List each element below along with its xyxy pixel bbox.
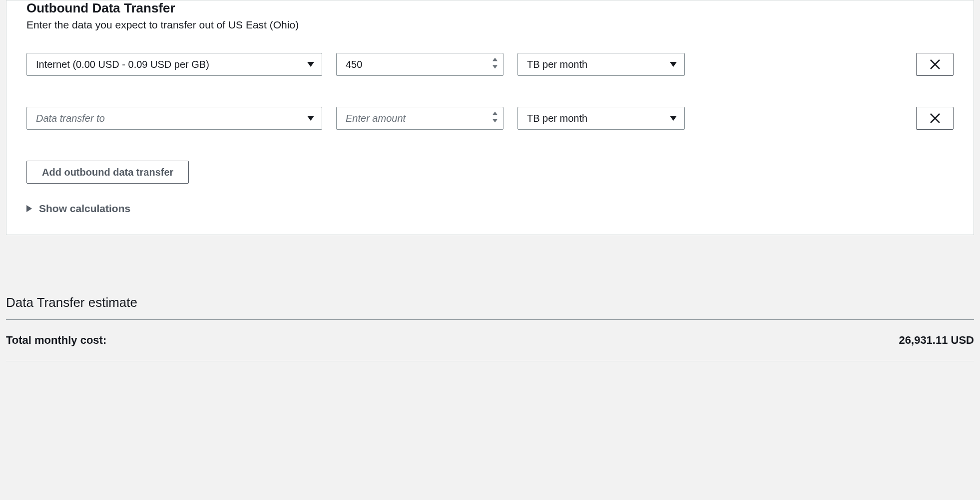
amount-input-wrapper — [336, 107, 503, 130]
estimate-title: Data Transfer estimate — [6, 295, 974, 310]
amount-input-wrapper — [336, 53, 503, 76]
svg-marker-12 — [26, 205, 32, 212]
total-cost-value: 26,931.11 USD — [899, 334, 974, 347]
remove-row-button[interactable] — [916, 107, 954, 130]
transfer-row: Internet (0.00 USD - 0.09 USD per GB) TB… — [26, 53, 954, 76]
total-cost-label: Total monthly cost: — [6, 334, 106, 347]
close-icon — [930, 59, 941, 70]
unit-select-wrapper: TB per month — [517, 107, 685, 130]
unit-select[interactable]: TB per month — [517, 53, 685, 76]
destination-select-wrapper: Internet (0.00 USD - 0.09 USD per GB) — [26, 53, 322, 76]
chevron-right-icon — [26, 205, 32, 212]
outbound-title: Outbound Data Transfer — [26, 0, 954, 16]
unit-select-value: TB per month — [527, 113, 587, 124]
divider — [6, 361, 974, 361]
destination-select-value: Internet (0.00 USD - 0.09 USD per GB) — [36, 59, 209, 70]
show-calculations-label: Show calculations — [39, 203, 130, 215]
destination-select[interactable]: Internet (0.00 USD - 0.09 USD per GB) — [26, 53, 322, 76]
destination-select-wrapper: Data transfer to — [26, 107, 322, 130]
add-outbound-transfer-button[interactable]: Add outbound data transfer — [26, 161, 189, 184]
destination-select[interactable]: Data transfer to — [26, 107, 322, 130]
unit-select-value: TB per month — [527, 59, 587, 70]
amount-input[interactable] — [336, 53, 503, 76]
outbound-data-transfer-card: Outbound Data Transfer Enter the data yo… — [6, 0, 974, 235]
estimate-section: Data Transfer estimate Total monthly cos… — [0, 295, 980, 361]
unit-select[interactable]: TB per month — [517, 107, 685, 130]
amount-input[interactable] — [336, 107, 503, 130]
destination-select-placeholder: Data transfer to — [36, 113, 105, 124]
outbound-subtitle: Enter the data you expect to transfer ou… — [26, 19, 954, 31]
unit-select-wrapper: TB per month — [517, 53, 685, 76]
total-cost-row: Total monthly cost: 26,931.11 USD — [6, 320, 974, 361]
transfer-row: Data transfer to TB per month — [26, 107, 954, 130]
show-calculations-toggle[interactable]: Show calculations — [26, 203, 954, 215]
close-icon — [930, 113, 941, 124]
remove-row-button[interactable] — [916, 53, 954, 76]
